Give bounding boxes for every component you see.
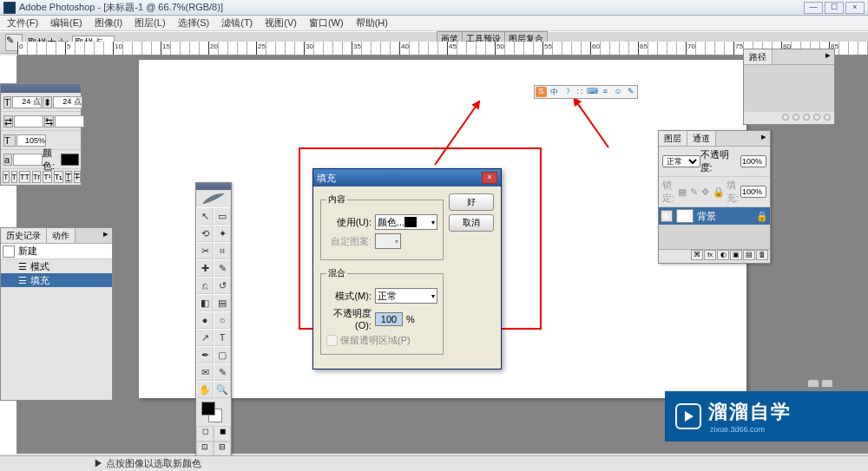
superscript-button[interactable]: T¹ <box>43 171 52 183</box>
mode-dropdown[interactable]: 正常▾ <box>375 288 437 304</box>
new-layer-icon[interactable]: ▤ <box>743 250 755 260</box>
dialog-titlebar[interactable]: 填充 × <box>313 169 501 186</box>
menu-layer[interactable]: 图层(L) <box>135 16 165 29</box>
scale-field[interactable] <box>16 134 46 147</box>
panel-titlebar[interactable] <box>1 84 81 93</box>
eraser-tool[interactable]: ◧ <box>196 294 214 311</box>
fx-icon[interactable]: fx <box>704 250 716 260</box>
path-tool[interactable]: ↗ <box>196 329 214 346</box>
marquee-tool[interactable]: ▭ <box>214 207 231 225</box>
tab-history[interactable]: 历史记录 <box>1 228 47 243</box>
pen-tool[interactable]: ✒ <box>196 346 214 363</box>
menu-help[interactable]: 帮助(H) <box>356 16 388 29</box>
strike-button[interactable]: T̶ <box>74 171 81 183</box>
quickmask-on[interactable]: ◼ <box>214 426 231 442</box>
menu-window[interactable]: 窗口(W) <box>309 16 344 29</box>
stamp-tool[interactable]: ⎌ <box>196 277 214 294</box>
maximize-button[interactable]: ☐ <box>825 2 844 14</box>
zoom-tool[interactable]: 🔍 <box>214 381 231 398</box>
history-step-mode[interactable]: ☰模式 <box>1 259 112 273</box>
quickmask-off[interactable]: ◻ <box>196 426 214 442</box>
layer-fill-field[interactable] <box>740 186 766 198</box>
opacity-input[interactable] <box>375 312 403 326</box>
smallcaps-button[interactable]: Tr <box>32 171 41 183</box>
ok-button[interactable]: 好 <box>449 193 494 211</box>
slice-tool[interactable]: ⌗ <box>214 242 231 259</box>
toolbox-grip[interactable] <box>196 183 231 190</box>
menu-edit[interactable]: 编辑(E) <box>50 16 82 29</box>
heal-tool[interactable]: ✚ <box>196 259 214 277</box>
bold-button[interactable]: T <box>3 171 10 183</box>
horizontal-ruler[interactable]: 0510152025303540455055606570758085 <box>17 42 868 56</box>
collapsed-panel-tabs[interactable] <box>807 379 833 388</box>
foreground-color[interactable] <box>201 402 215 415</box>
ime-lang-icon[interactable]: 中 <box>549 87 560 97</box>
folder-icon[interactable]: ▣ <box>730 250 742 260</box>
italic-button[interactable]: T <box>11 171 18 183</box>
tab-channels[interactable]: 通道 <box>687 131 716 146</box>
paths-list[interactable] <box>744 65 834 112</box>
trash-icon[interactable]: 🗑 <box>756 250 768 260</box>
eyedropper-tool[interactable]: ✎ <box>214 363 231 381</box>
underline-button[interactable]: T̲ <box>65 171 72 183</box>
baseline-field[interactable] <box>13 154 43 166</box>
link-icon[interactable]: ⌘ <box>691 250 703 260</box>
history-snapshot[interactable]: 新建 <box>1 244 112 259</box>
lasso-tool[interactable]: ⟲ <box>196 225 214 242</box>
kerning-field[interactable] <box>55 115 84 128</box>
ime-moon-icon[interactable]: ☽ <box>561 87 572 97</box>
ime-punct-icon[interactable]: ⸬ <box>574 87 585 97</box>
wand-tool[interactable]: ✦ <box>214 225 231 242</box>
history-brush-tool[interactable]: ↺ <box>214 277 231 294</box>
blur-tool[interactable]: ● <box>196 311 214 329</box>
menu-filter[interactable]: 滤镜(T) <box>221 16 253 29</box>
subscript-button[interactable]: T₁ <box>54 171 64 183</box>
layer-row-background[interactable]: 👁 背景 🔒 <box>659 207 770 225</box>
panel-menu-icon[interactable]: ▸ <box>100 228 112 243</box>
menu-select[interactable]: 选择(S) <box>178 16 210 29</box>
cancel-button[interactable]: 取消 <box>449 214 494 232</box>
selection-path-icon[interactable] <box>803 114 810 121</box>
ime-person-icon[interactable]: ☺ <box>613 87 624 97</box>
menu-image[interactable]: 图像(I) <box>95 16 122 29</box>
panel-menu-icon[interactable]: ▸ <box>758 131 770 146</box>
text-color-swatch[interactable] <box>61 154 79 166</box>
ime-keyboard-icon[interactable]: ⌨ <box>587 87 598 97</box>
dialog-close-button[interactable]: × <box>482 172 497 184</box>
panel-menu-icon[interactable]: ▸ <box>822 49 834 64</box>
ime-sogou-icon[interactable]: S <box>536 87 547 97</box>
caps-button[interactable]: TT <box>19 171 30 183</box>
mask-icon[interactable]: ◐ <box>717 250 729 260</box>
ime-menu-icon[interactable]: ≡ <box>600 87 611 97</box>
gradient-tool[interactable]: ▤ <box>214 294 231 311</box>
tracking-field[interactable] <box>14 115 43 128</box>
lock-all-icon[interactable]: 🔒 <box>713 186 725 198</box>
minimize-button[interactable]: — <box>804 2 823 14</box>
shape-tool[interactable]: ▢ <box>214 346 231 363</box>
leading-field[interactable] <box>53 96 82 108</box>
brush-tool[interactable]: ✎ <box>214 259 231 277</box>
ime-settings-icon[interactable]: ✎ <box>625 87 636 97</box>
menu-file[interactable]: 文件(F) <box>7 16 38 29</box>
ime-toolbar[interactable]: S 中 ☽ ⸬ ⌨ ≡ ☺ ✎ <box>534 85 638 99</box>
lock-pos-icon[interactable]: ✥ <box>701 186 709 198</box>
visibility-icon[interactable]: 👁 <box>661 210 673 222</box>
lock-pixels-icon[interactable]: ✎ <box>690 186 698 198</box>
fill-path-icon[interactable] <box>782 114 789 121</box>
blend-mode-dropdown[interactable]: 正常 <box>662 155 700 167</box>
hand-tool[interactable]: ✋ <box>196 381 214 398</box>
notes-tool[interactable]: ✉ <box>196 363 214 381</box>
type-tool[interactable]: T <box>214 329 231 346</box>
dodge-tool[interactable]: ○ <box>214 311 231 329</box>
close-button[interactable]: × <box>845 2 865 14</box>
delete-path-icon[interactable] <box>824 114 831 121</box>
lock-trans-icon[interactable]: ▦ <box>678 186 687 198</box>
stroke-path-icon[interactable] <box>792 114 799 121</box>
use-dropdown[interactable]: 颜色... ▾ <box>375 214 437 230</box>
tab-layers[interactable]: 图层 <box>659 131 687 146</box>
tab-actions[interactable]: 动作 <box>47 228 76 243</box>
menu-view[interactable]: 视图(V) <box>265 16 297 29</box>
move-tool[interactable]: ↖ <box>196 207 214 225</box>
font-size-field[interactable] <box>12 96 42 108</box>
tab-paths[interactable]: 路径 <box>744 49 773 64</box>
